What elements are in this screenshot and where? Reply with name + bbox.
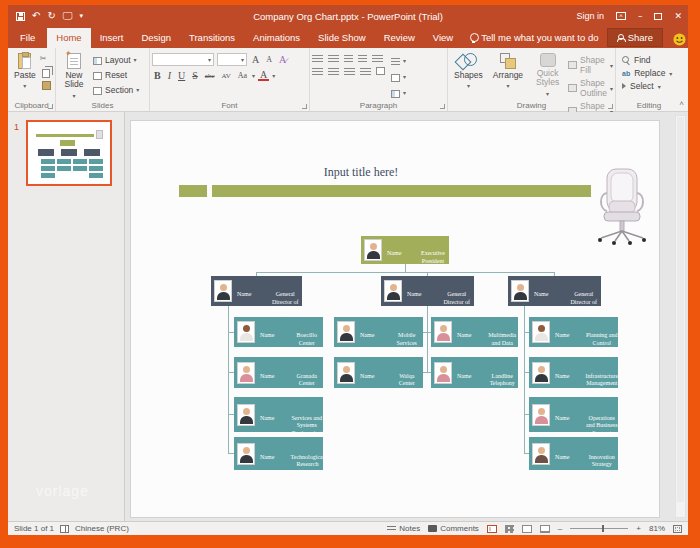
font-dialog-launcher[interactable] — [302, 104, 307, 109]
start-slideshow-icon[interactable]: 🖵 — [63, 11, 73, 21]
collapse-ribbon-icon[interactable]: ˄ — [679, 99, 684, 108]
title-bar-accent-long[interactable] — [212, 185, 591, 197]
underline-button[interactable]: U — [176, 70, 187, 81]
clipboard-dialog-launcher[interactable] — [48, 104, 53, 109]
arrange-button[interactable]: Arrange ▾ — [489, 51, 527, 121]
zoom-slider[interactable] — [570, 528, 628, 529]
shapes-button[interactable]: Shapes ▾ — [450, 51, 487, 121]
numbering-icon[interactable] — [328, 55, 339, 62]
shape-fill-button[interactable]: Shape Fill▾ — [568, 55, 613, 75]
zoom-level[interactable]: 81% — [649, 524, 665, 533]
org-node-landline-telephony[interactable]: NameLandline Telephony — [431, 357, 518, 388]
bullets-icon[interactable] — [312, 55, 323, 62]
office-chair-image[interactable] — [591, 167, 653, 245]
org-node-boecillo-center[interactable]: NameBoecillo Center — [234, 317, 323, 347]
shrink-font-button[interactable]: A — [264, 55, 274, 64]
convert-smartart-button[interactable]: ▾ — [391, 87, 406, 100]
org-node-technological-research[interactable]: NameTechnological Research — [234, 437, 323, 470]
org-node-director-planning[interactable]: NameGeneral Director of Planning and Con… — [508, 276, 601, 306]
columns-icon[interactable] — [376, 67, 385, 75]
zoom-slider-thumb[interactable] — [602, 525, 604, 532]
reading-view-button[interactable] — [522, 525, 532, 533]
text-shadow-button[interactable]: abc — [203, 72, 217, 80]
layout-button[interactable]: Layout▾ — [93, 54, 139, 67]
minimize-button[interactable]: – — [638, 11, 643, 21]
vertical-scrollbar[interactable] — [675, 115, 686, 518]
format-painter-icon[interactable] — [42, 81, 51, 90]
font-color-button[interactable]: A — [258, 70, 269, 81]
increase-indent-icon[interactable] — [358, 55, 367, 62]
language-indicator[interactable]: Chinese (PRC) — [75, 524, 129, 533]
font-name-combobox[interactable]: ▾ — [152, 53, 214, 66]
tell-me-box[interactable]: Tell me what you want to do — [462, 28, 606, 48]
slide-1-thumbnail[interactable] — [26, 120, 112, 186]
align-left-icon[interactable] — [312, 68, 323, 75]
tab-file[interactable]: File — [8, 28, 47, 48]
align-center-icon[interactable] — [328, 68, 339, 75]
bold-button[interactable]: B — [152, 70, 163, 81]
fit-slide-to-window-icon[interactable] — [673, 525, 682, 533]
text-direction-button[interactable]: ▾ — [391, 55, 406, 68]
clear-formatting-button[interactable]: A̷ — [277, 54, 288, 65]
font-size-combobox[interactable]: ▾ — [217, 53, 247, 66]
undo-icon[interactable]: ↶ — [32, 11, 40, 21]
ribbon-display-options-icon[interactable]: ˄ — [616, 12, 626, 20]
replace-button[interactable]: abReplace▾ — [622, 68, 676, 78]
align-right-icon[interactable] — [344, 68, 355, 75]
reset-button[interactable]: Reset — [93, 69, 139, 82]
title-bar-accent-small[interactable] — [179, 185, 207, 197]
org-node-director-barcelona[interactable]: NameGeneral Director of the Center in Ba… — [211, 276, 302, 306]
slide-sorter-view-button[interactable] — [505, 525, 514, 533]
shape-outline-button[interactable]: Shape Outline▾ — [568, 78, 613, 98]
redo-icon[interactable]: ↻ — [47, 11, 55, 21]
proofing-icon[interactable] — [60, 525, 69, 533]
zoom-in-button[interactable]: + — [636, 524, 641, 533]
close-button[interactable]: ✕ — [674, 11, 682, 21]
select-button[interactable]: Select▾ — [622, 81, 676, 91]
org-node-innovation-strategy[interactable]: NameInnovation Strategy — [529, 437, 618, 470]
save-icon[interactable] — [16, 12, 25, 21]
notes-toggle[interactable]: Notes — [387, 524, 420, 533]
org-node-director-madrid[interactable]: NameGeneral Director of the Center in Ma… — [381, 276, 474, 306]
cut-icon[interactable]: ✂ — [40, 54, 51, 63]
org-node-walqa-center[interactable]: NameWalqa Center — [334, 357, 423, 388]
org-node-mobile-services[interactable]: NameMobile Services — [334, 317, 423, 347]
org-node-services-systems-engineering[interactable]: NameServices and Systems Engineering — [234, 397, 323, 432]
comments-toggle[interactable]: Comments — [428, 524, 479, 533]
org-node-granada-center[interactable]: NameGranada Center — [234, 357, 323, 388]
change-case-button[interactable]: Aa — [236, 71, 249, 80]
zoom-out-button[interactable]: – — [558, 524, 562, 533]
org-node-executive-president[interactable]: NameExecutive President — [361, 236, 449, 264]
scrollbar-thumb[interactable] — [677, 117, 684, 502]
customize-qat-icon[interactable]: ▾ — [79, 11, 83, 21]
paragraph-dialog-launcher[interactable] — [440, 104, 445, 109]
section-button[interactable]: Section▾ — [93, 84, 139, 97]
tab-design[interactable]: Design — [132, 28, 180, 48]
org-node-multimedia-data-services[interactable]: NameMultimedia and Data Services — [431, 317, 518, 347]
decrease-indent-icon[interactable] — [344, 55, 353, 62]
tab-transitions[interactable]: Transitions — [180, 28, 244, 48]
grow-font-button[interactable]: A — [250, 54, 261, 65]
strikethrough-button[interactable]: S — [190, 70, 200, 81]
new-slide-button[interactable]: New Slide ▾ — [58, 51, 90, 101]
tab-view[interactable]: View — [424, 28, 462, 48]
maximize-button[interactable] — [654, 13, 662, 20]
tab-review[interactable]: Review — [375, 28, 424, 48]
slide-title-placeholder[interactable]: Input title here! — [131, 165, 591, 180]
paste-button[interactable]: Paste ▾ — [10, 51, 40, 91]
align-text-button[interactable]: ▾ — [391, 71, 406, 84]
drawing-dialog-launcher[interactable] — [608, 104, 613, 109]
italic-button[interactable]: I — [166, 70, 173, 81]
normal-view-button[interactable] — [487, 525, 497, 533]
tab-slide-show[interactable]: Slide Show — [309, 28, 375, 48]
character-spacing-button[interactable]: AV — [220, 72, 233, 80]
line-spacing-icon[interactable] — [372, 55, 383, 62]
share-button[interactable]: Share — [607, 28, 663, 47]
tab-home[interactable]: Home — [47, 28, 90, 48]
org-node-planning-and-control[interactable]: NamePlanning and Control — [529, 317, 618, 347]
tab-animations[interactable]: Animations — [244, 28, 309, 48]
slide-show-button[interactable] — [540, 525, 550, 533]
sign-in-link[interactable]: Sign in — [576, 11, 604, 21]
org-node-infrastructure-management[interactable]: NameInfrastructure Management — [529, 357, 618, 388]
org-node-operations-business-support[interactable]: NameOperations and Business Support Syst… — [529, 397, 618, 432]
